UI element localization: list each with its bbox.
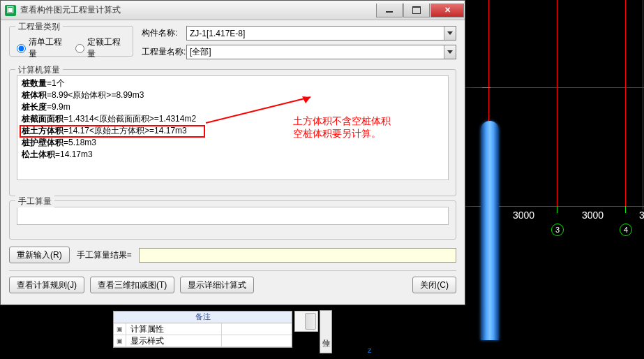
dim-label: 3000 — [513, 210, 534, 221]
group-legend: 工程量类别 — [15, 21, 63, 33]
expand-icon[interactable]: ▣ — [114, 323, 126, 335]
side-tab-stretch[interactable]: 拉伸 — [320, 310, 332, 353]
component-name-combo[interactable]: ZJ-1[1.417E-8] — [186, 26, 456, 41]
dim-label: 3 — [639, 210, 644, 221]
tick — [557, 206, 557, 213]
manual-result-field[interactable] — [139, 248, 456, 263]
group-legend: 计算机算量 — [15, 64, 63, 76]
propgrid-header: 备注 — [114, 312, 292, 323]
close-button[interactable]: 关闭(C) — [412, 277, 456, 293]
component-name-value: ZJ-1[1.417E-8] — [190, 29, 245, 38]
app-icon — [5, 5, 16, 16]
radio-quota-label: 定额工程量 — [87, 36, 126, 60]
reinput-button[interactable]: 重新输入(R) — [9, 247, 70, 263]
pile-3d — [481, 121, 499, 340]
axis-label-z: z — [368, 346, 372, 354]
property-grid[interactable]: 备注 ▣ 计算属性 ▣ 显示样式 — [113, 311, 292, 348]
tick — [482, 87, 491, 88]
show-detail-button[interactable]: 显示详细计算式 — [180, 277, 254, 293]
propgrid-label: 计算属性 — [126, 323, 222, 335]
minimize-button[interactable] — [376, 3, 403, 17]
quantity-name-value: [全部] — [190, 46, 211, 58]
close-window-button[interactable] — [430, 3, 464, 17]
calc-line: 桩长度=9.9m — [22, 101, 444, 113]
separator — [9, 270, 456, 271]
manual-calc-group: 手工算量 — [9, 200, 456, 240]
quantity-name-combo[interactable]: [全部] — [186, 45, 456, 59]
calc-line: 桩数量=1个 — [22, 78, 444, 89]
radio-quota-input[interactable] — [75, 44, 84, 53]
maximize-button[interactable] — [403, 3, 430, 17]
calc-line: 桩护壁体积=5.18m3 — [22, 137, 444, 149]
group-legend: 手工算量 — [15, 196, 54, 207]
propgrid-row[interactable]: ▣ 计算属性 — [114, 323, 292, 335]
quantity-name-label: 工程量名称: — [142, 46, 186, 58]
radio-bill-label: 清单工程量 — [29, 36, 67, 60]
titlebar[interactable]: 查看构件图元工程量计算式 — [1, 1, 465, 20]
chevron-down-icon[interactable] — [444, 27, 456, 40]
tick — [625, 206, 626, 213]
calc-line: 桩截面面积=1.4314<原始截面面积>=1.4314m2 — [22, 113, 444, 125]
quantity-type-group: 工程量类别 清单工程量 定额工程量 — [9, 26, 133, 57]
computer-calc-group: 计算机算量 桩数量=1个 桩体积=8.99<原始体积>=8.99m3 桩长度=9… — [9, 69, 456, 196]
calc-line: 桩土方体积=14.17<原始土方体积>=14.17m3 — [22, 125, 444, 137]
manual-text-area[interactable] — [17, 207, 449, 225]
node-label: 4 — [620, 224, 632, 236]
chevron-down-icon[interactable] — [444, 45, 456, 59]
view-rule-button[interactable]: 查看计算规则(J) — [9, 277, 84, 293]
window-title: 查看构件图元工程量计算式 — [20, 4, 121, 16]
propgrid-row[interactable]: ▣ 显示样式 — [114, 335, 292, 347]
propgrid-label: 显示样式 — [126, 335, 222, 346]
manual-result-label: 手工算量结果= — [77, 249, 132, 261]
gridline — [643, 0, 643, 210]
radio-bill[interactable]: 清单工程量 — [17, 36, 67, 60]
scrollbar[interactable] — [294, 311, 318, 332]
calc-line: 桩体积=8.99<原始体积>=8.99m3 — [22, 89, 444, 101]
dim-label: 3000 — [582, 210, 604, 221]
calc-line: 松土体积=14.17m3 — [22, 149, 444, 161]
radio-bill-input[interactable] — [17, 44, 26, 53]
calc-text-area[interactable]: 桩数量=1个 桩体积=8.99<原始体积>=8.99m3 桩长度=9.9m 桩截… — [17, 75, 449, 180]
view-3d-deduct-button[interactable]: 查看三维扣减图(T) — [90, 277, 174, 293]
gridline — [557, 0, 557, 210]
component-name-label: 构件名称: — [142, 27, 186, 39]
dialog-window: 查看构件图元工程量计算式 工程量类别 清单工程量 定额工程量 — [0, 0, 465, 305]
node-label: 3 — [551, 224, 564, 236]
gridline — [625, 0, 626, 210]
expand-icon[interactable]: ▣ — [114, 335, 126, 346]
radio-quota[interactable]: 定额工程量 — [75, 36, 126, 60]
